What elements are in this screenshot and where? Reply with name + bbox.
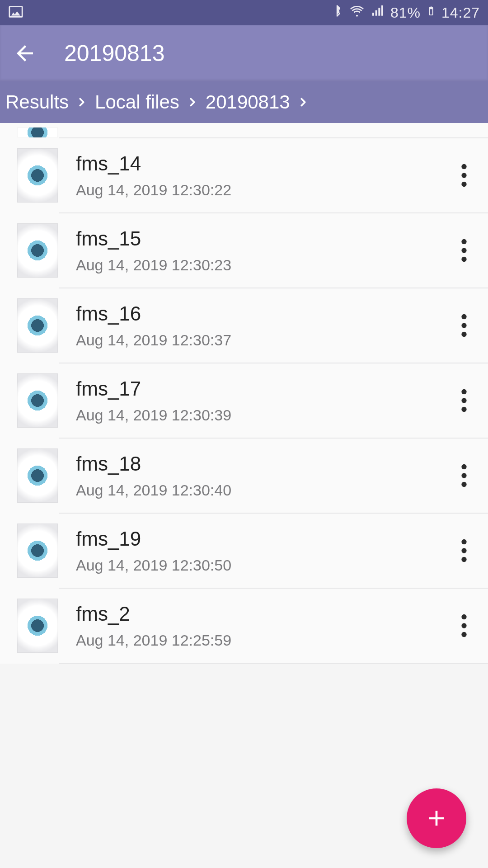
breadcrumb-item[interactable]: Results — [2, 91, 72, 113]
svg-point-8 — [461, 332, 466, 337]
file-date: Aug 14, 2019 12:25:59 — [76, 632, 448, 649]
svg-point-6 — [461, 314, 466, 319]
more-options-button[interactable] — [448, 303, 480, 348]
svg-point-18 — [461, 614, 466, 619]
file-thumbnail-icon — [17, 148, 58, 203]
chevron-right-icon — [75, 95, 89, 109]
file-name: fms_15 — [76, 227, 448, 250]
file-date: Aug 14, 2019 12:30:22 — [76, 181, 448, 199]
file-name: fms_18 — [76, 453, 448, 475]
file-date: Aug 14, 2019 12:30:37 — [76, 331, 448, 349]
file-thumbnail-icon — [17, 373, 58, 428]
divider — [59, 663, 488, 664]
svg-point-17 — [461, 557, 466, 562]
file-thumbnail-icon — [17, 127, 58, 137]
breadcrumb: Results Local files 20190813 — [0, 81, 488, 123]
more-options-button[interactable] — [448, 153, 480, 198]
status-bar: 81% 14:27 — [0, 0, 488, 25]
svg-point-4 — [461, 248, 466, 253]
list-item[interactable]: fms_19 Aug 14, 2019 12:30:50 — [0, 514, 488, 588]
more-options-button[interactable] — [448, 228, 480, 273]
back-button[interactable] — [13, 41, 37, 66]
file-name: fms_16 — [76, 302, 448, 325]
file-name: fms_17 — [76, 377, 448, 400]
battery-icon — [426, 3, 436, 22]
wifi-icon — [349, 4, 365, 22]
more-options-button[interactable] — [448, 528, 480, 573]
file-date: Aug 14, 2019 12:30:40 — [76, 481, 448, 499]
file-date: Aug 14, 2019 12:30:23 — [76, 256, 448, 274]
svg-point-0 — [461, 164, 466, 169]
svg-point-14 — [461, 482, 466, 487]
gallery-icon — [8, 4, 23, 21]
signal-icon — [371, 4, 385, 22]
battery-pct: 81% — [390, 5, 421, 21]
breadcrumb-item[interactable]: 20190813 — [202, 91, 294, 113]
svg-point-3 — [461, 239, 466, 244]
svg-point-12 — [461, 464, 466, 469]
file-date: Aug 14, 2019 12:30:50 — [76, 557, 448, 574]
file-thumbnail-icon — [17, 298, 58, 353]
svg-point-10 — [461, 398, 466, 403]
svg-point-1 — [461, 173, 466, 178]
list-item[interactable]: fms_14 Aug 14, 2019 12:30:22 — [0, 138, 488, 212]
file-list: fms_14 Aug 14, 2019 12:30:22 fms_15 Aug … — [0, 123, 488, 664]
file-thumbnail-icon — [17, 448, 58, 503]
file-name: fms_2 — [76, 603, 448, 625]
svg-point-7 — [461, 323, 466, 328]
svg-point-5 — [461, 257, 466, 262]
file-name: fms_19 — [76, 528, 448, 550]
svg-point-11 — [461, 407, 466, 412]
app-bar: 20190813 — [0, 25, 488, 81]
svg-point-13 — [461, 473, 466, 478]
list-item[interactable]: fms_15 Aug 14, 2019 12:30:23 — [0, 213, 488, 288]
chevron-right-icon — [296, 95, 310, 109]
more-options-button[interactable] — [448, 378, 480, 423]
list-item[interactable]: fms_2 Aug 14, 2019 12:25:59 — [0, 589, 488, 663]
svg-point-15 — [461, 539, 466, 544]
file-thumbnail-icon — [17, 223, 58, 278]
svg-point-9 — [461, 389, 466, 394]
more-options-button[interactable] — [448, 453, 480, 498]
more-options-button[interactable] — [448, 603, 480, 648]
file-thumbnail-icon — [17, 524, 58, 578]
list-item[interactable] — [0, 123, 488, 137]
chevron-right-icon — [186, 95, 199, 109]
file-name: fms_14 — [76, 152, 448, 175]
file-thumbnail-icon — [17, 599, 58, 653]
svg-point-16 — [461, 548, 466, 553]
breadcrumb-item[interactable]: Local files — [91, 91, 183, 113]
clock-time: 14:27 — [441, 5, 480, 21]
add-fab-button[interactable] — [407, 788, 466, 848]
bluetooth-icon — [331, 4, 343, 22]
plus-icon — [424, 806, 449, 831]
file-date: Aug 14, 2019 12:30:39 — [76, 406, 448, 424]
list-item[interactable]: fms_18 Aug 14, 2019 12:30:40 — [0, 439, 488, 513]
list-item[interactable]: fms_16 Aug 14, 2019 12:30:37 — [0, 288, 488, 363]
svg-point-19 — [461, 623, 466, 628]
list-item[interactable]: fms_17 Aug 14, 2019 12:30:39 — [0, 363, 488, 438]
svg-point-20 — [461, 632, 466, 637]
svg-point-2 — [461, 182, 466, 187]
page-title: 20190813 — [64, 40, 164, 66]
